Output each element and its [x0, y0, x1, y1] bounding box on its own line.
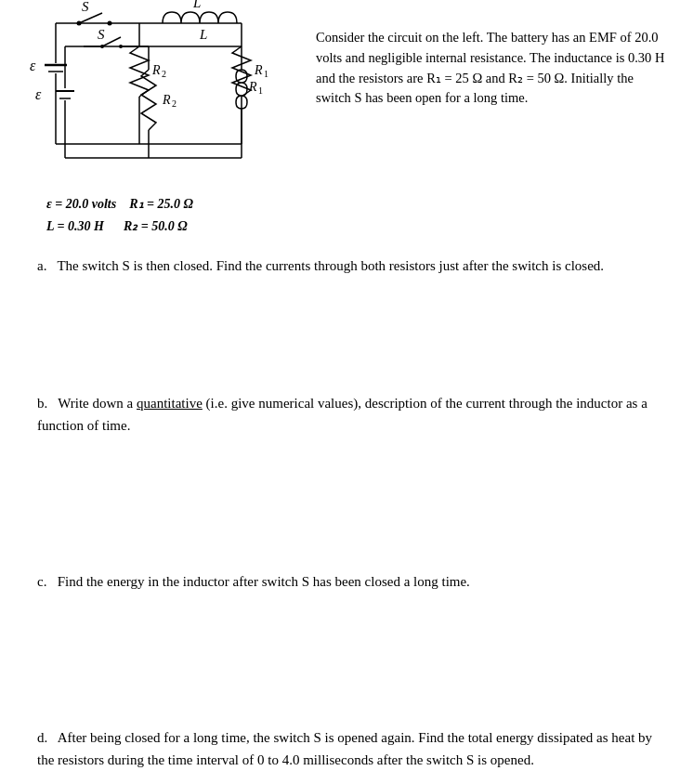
- question-b-block: b. Write down a quantitative (i.e. give …: [28, 392, 665, 548]
- question-d-label: d.: [37, 730, 47, 745]
- question-b-underline: quantitative: [137, 396, 203, 411]
- question-d-text: d. After being closed for a long time, t…: [37, 726, 665, 771]
- svg-line-31: [79, 13, 102, 23]
- r2-value: R₂ = 50.0 Ω: [124, 219, 188, 233]
- r1-value: R₁ = 25.0 Ω: [129, 197, 193, 211]
- circuit-svg-2: ε S L R 2: [28, 0, 279, 186]
- question-a-text: a. The switch S is then closed. Find the…: [37, 255, 665, 277]
- svg-text:R: R: [151, 63, 161, 77]
- svg-text:ε: ε: [30, 58, 36, 73]
- svg-point-32: [108, 21, 112, 26]
- question-c-answer-space: [37, 593, 665, 704]
- question-a-block: a. The switch S is then closed. Find the…: [28, 255, 665, 370]
- question-d-block: d. After being closed for a long time, t…: [28, 726, 665, 771]
- svg-text:S: S: [82, 0, 89, 14]
- question-c-text: c. Find the energy in the inductor after…: [37, 570, 665, 593]
- question-b-before: Write down a: [58, 396, 137, 411]
- question-c-block: c. Find the energy in the inductor after…: [28, 570, 665, 704]
- circuit-description: Consider the circuit on the left. The ba…: [316, 19, 665, 238]
- svg-text:R: R: [254, 63, 263, 77]
- question-d-content: After being closed for a long time, the …: [37, 730, 652, 767]
- description-text: Consider the circuit on the left. The ba…: [316, 30, 664, 105]
- question-c-content: Find the energy in the inductor after sw…: [58, 574, 470, 589]
- question-b-answer-space: [37, 437, 665, 548]
- question-c-label: c.: [37, 574, 46, 589]
- svg-text:2: 2: [162, 69, 166, 79]
- question-b-label: b.: [37, 396, 47, 411]
- question-a-label: a.: [37, 258, 46, 273]
- emf-value: ε = 20.0 volts: [46, 197, 116, 211]
- top-section: ε R 1 L R: [28, 19, 665, 238]
- svg-text:1: 1: [264, 69, 268, 79]
- svg-text:L: L: [192, 0, 201, 10]
- question-a-content: The switch S is then closed. Find the cu…: [57, 258, 604, 273]
- l-value: L = 0.30 H: [46, 219, 104, 233]
- circuit-values: ε = 20.0 volts R₁ = 25.0 Ω L = 0.30 H R₂…: [28, 193, 297, 238]
- question-a-answer-space: [37, 277, 665, 370]
- question-b-text: b. Write down a quantitative (i.e. give …: [37, 392, 665, 437]
- circuit-diagram: ε R 1 L R: [28, 19, 297, 238]
